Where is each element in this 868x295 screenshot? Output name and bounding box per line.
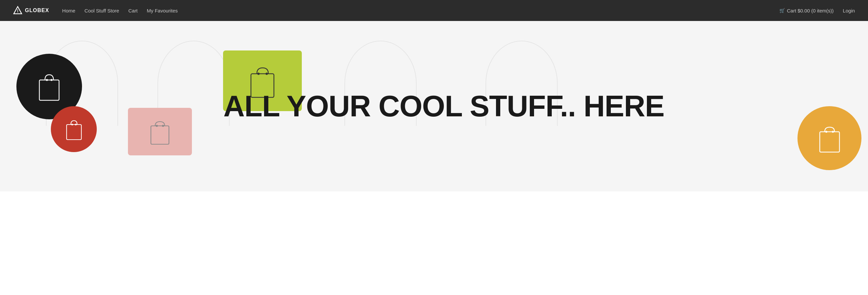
hero-headline: ALL YOUR COOL STUFF.. HERE: [85, 91, 802, 122]
svg-point-4: [51, 79, 53, 81]
svg-rect-11: [151, 126, 169, 144]
nav-my-favourites[interactable]: My Favourites: [147, 8, 178, 13]
cart-info[interactable]: 🛒 Cart $0.00 (0 item(s)): [779, 8, 834, 13]
svg-point-6: [71, 124, 73, 126]
svg-rect-14: [820, 132, 839, 152]
svg-point-13: [162, 125, 164, 127]
nav-cool-stuff-store[interactable]: Cool Stuff Store: [85, 8, 119, 13]
svg-point-16: [832, 131, 834, 133]
cart-icon: 🛒: [779, 8, 785, 13]
globex-icon: [13, 6, 22, 15]
hero-section: ALL YOUR COOL STUFF.. HERE: [0, 21, 868, 191]
bag-icon-black: [34, 70, 64, 103]
brand-logo[interactable]: GLOBEX: [13, 6, 49, 15]
cart-text: Cart $0.00 (0 item(s)): [787, 8, 834, 13]
svg-rect-5: [67, 125, 81, 140]
navbar-right: 🛒 Cart $0.00 (0 item(s)) Login: [779, 8, 855, 13]
nav-links: Home Cool Stuff Store Cart My Favourites: [62, 8, 178, 13]
svg-point-7: [75, 124, 76, 126]
nav-home[interactable]: Home: [62, 8, 75, 13]
svg-point-10: [266, 72, 268, 75]
bag-icon-pink: [148, 118, 172, 145]
svg-point-9: [257, 72, 259, 75]
brand-name: GLOBEX: [25, 7, 49, 13]
orange-circle-shape: [798, 106, 862, 170]
nav-cart[interactable]: Cart: [128, 8, 137, 13]
navbar-left: GLOBEX Home Cool Stuff Store Cart My Fav…: [13, 6, 178, 15]
svg-point-12: [156, 125, 158, 127]
svg-point-15: [825, 131, 827, 133]
bag-icon-red: [63, 117, 85, 141]
navbar: GLOBEX Home Cool Stuff Store Cart My Fav…: [0, 0, 868, 21]
login-link[interactable]: Login: [843, 8, 855, 13]
svg-rect-2: [39, 80, 59, 100]
svg-point-3: [46, 79, 48, 81]
bag-icon-orange: [815, 122, 844, 155]
